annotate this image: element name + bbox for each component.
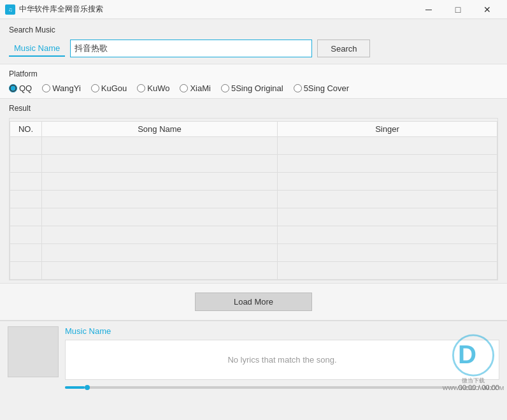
- result-section-label: Result: [9, 104, 498, 113]
- platform-wangyi[interactable]: WangYi: [42, 83, 81, 93]
- title-bar-title: 中华软件库全网音乐搜索: [19, 4, 103, 15]
- watermark: D 微当下载 WWW.WEIDOWN.COM: [445, 334, 502, 391]
- album-art: [8, 326, 59, 377]
- platform-5sing-original[interactable]: 5Sing Original: [221, 83, 283, 93]
- progress-dot: [85, 385, 90, 390]
- col-singer: Singer: [278, 122, 497, 137]
- platform-qq[interactable]: QQ: [9, 83, 32, 93]
- table-row: [10, 226, 497, 244]
- title-bar: ♫ 中华软件库全网音乐搜索 ─ □ ✕: [0, 0, 507, 19]
- table-row: [10, 137, 497, 155]
- progress-fill: [65, 386, 85, 389]
- table-row: [10, 173, 497, 191]
- maximize-button[interactable]: □: [443, 0, 473, 19]
- load-more-row: Load More: [0, 283, 507, 320]
- progress-bar[interactable]: [65, 386, 456, 389]
- progress-row: 00:00 / 00:00: [65, 384, 499, 391]
- bottom-info: Music Name No lyrics that match the song…: [65, 326, 499, 391]
- platform-kuwo[interactable]: KuWo: [137, 83, 169, 93]
- platform-row: QQ WangYi KuGou KuWo XiaMi 5Sing Origina…: [9, 83, 498, 93]
- platform-xiami[interactable]: XiaMi: [180, 83, 211, 93]
- table-row: [10, 208, 497, 226]
- search-section-label: Search Music: [9, 25, 498, 34]
- lyrics-area: No lyrics that match the song.: [65, 340, 499, 380]
- search-button[interactable]: Search: [317, 40, 370, 57]
- close-button[interactable]: ✕: [473, 0, 502, 19]
- col-song: Song Name: [42, 122, 278, 137]
- platform-kugou[interactable]: KuGou: [91, 83, 127, 93]
- result-section: Result NO. Song Name Singer: [0, 99, 507, 283]
- bottom-panel: Music Name No lyrics that match the song…: [0, 320, 507, 396]
- watermark-logo: D: [451, 334, 496, 377]
- col-no: NO.: [10, 122, 42, 137]
- svg-text:D: D: [458, 340, 476, 369]
- result-table-wrapper: NO. Song Name Singer: [9, 118, 498, 280]
- platform-5sing-cover[interactable]: 5Sing Cover: [294, 83, 350, 93]
- watermark-bottom-text: WWW.WEIDOWN.COM: [443, 385, 504, 391]
- table-row: [10, 155, 497, 173]
- platform-section-label: Platform: [9, 69, 498, 78]
- title-bar-controls: ─ □ ✕: [414, 0, 502, 19]
- minimize-button[interactable]: ─: [414, 0, 443, 19]
- title-bar-left: ♫ 中华软件库全网音乐搜索: [5, 4, 103, 15]
- table-row: [10, 191, 497, 208]
- table-row: [10, 244, 497, 262]
- music-name-tab[interactable]: Music Name: [9, 41, 65, 57]
- lyrics-text: No lyrics that match the song.: [227, 355, 336, 365]
- result-table: NO. Song Name Singer: [10, 121, 497, 280]
- table-row: [10, 262, 497, 280]
- watermark-top-text: 微当下载: [462, 377, 485, 385]
- table-header-row: NO. Song Name Singer: [10, 122, 497, 137]
- app-icon: ♫: [5, 4, 15, 15]
- load-more-button[interactable]: Load More: [195, 293, 312, 311]
- platform-section: Platform QQ WangYi KuGou KuWo XiaMi 5Sin…: [0, 64, 507, 99]
- search-section: Search Music Music Name Search: [0, 19, 507, 64]
- search-input[interactable]: [70, 40, 312, 57]
- bottom-music-name: Music Name: [65, 326, 499, 336]
- search-row: Music Name Search: [9, 40, 498, 57]
